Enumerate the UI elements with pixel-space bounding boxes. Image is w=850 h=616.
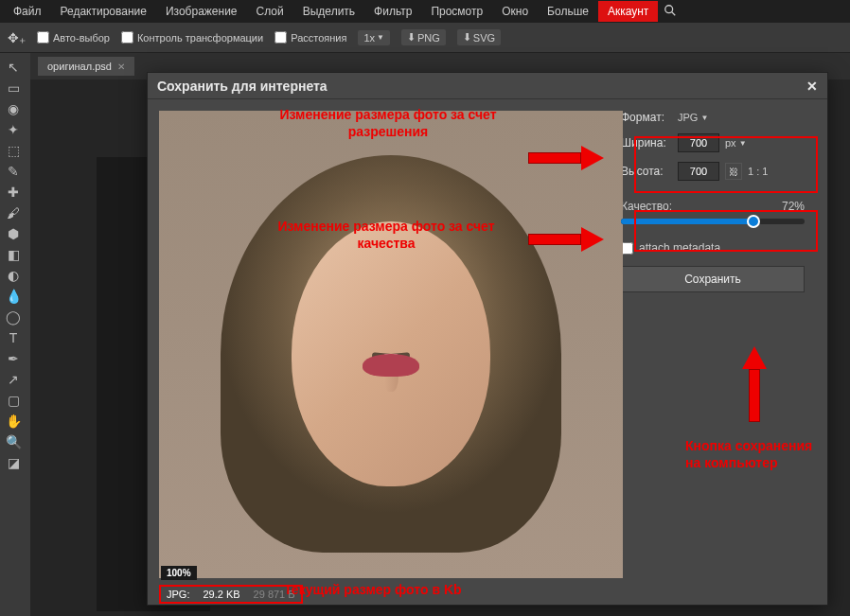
tool-marquee[interactable]: ▭ xyxy=(0,78,27,98)
dialog-titlebar: Сохранить для интернета ✕ xyxy=(148,73,827,99)
svg-line-1 xyxy=(672,11,676,15)
metadata-checkbox[interactable]: attach metadata xyxy=(621,241,805,255)
zoom-dropdown[interactable]: 1x▼ xyxy=(358,30,390,45)
distances-checkbox[interactable]: Расстояния xyxy=(274,31,346,44)
tool-move[interactable]: ↖ xyxy=(0,57,27,78)
quality-label: Качество: xyxy=(621,200,672,213)
preview-image xyxy=(159,111,623,578)
format-row: Формат: JPG▼ xyxy=(621,111,805,124)
menu-file[interactable]: Файл xyxy=(4,1,51,22)
download-icon: ⬇ xyxy=(463,31,471,44)
width-input[interactable] xyxy=(678,133,719,152)
tool-zoom[interactable]: 🔍 xyxy=(0,431,27,452)
format-label: Формат: xyxy=(621,111,672,124)
menu-filter[interactable]: Фильтр xyxy=(364,1,421,22)
aspect-ratio: 1 : 1 xyxy=(748,166,768,177)
quality-slider[interactable] xyxy=(621,219,805,224)
status-filesize: 29.2 KB xyxy=(203,589,239,600)
menu-image[interactable]: Изображение xyxy=(156,1,247,22)
tool-heal[interactable]: ✚ xyxy=(0,182,27,202)
tool-gradient[interactable]: ◐ xyxy=(0,265,27,286)
tool-shape[interactable]: ▢ xyxy=(0,390,27,411)
move-tool-icon: ✥₊ xyxy=(8,30,26,45)
tool-eyedropper[interactable]: ✎ xyxy=(0,161,27,182)
export-svg-button[interactable]: ⬇SVG xyxy=(457,29,501,45)
menu-window[interactable]: Окно xyxy=(492,1,538,22)
preview-pane: 100% JPG: 29.2 KB 29 871 B xyxy=(148,99,621,605)
tool-eraser[interactable]: ◧ xyxy=(0,244,27,265)
unit-dropdown[interactable]: px▼ xyxy=(725,137,747,149)
transform-controls-checkbox[interactable]: Контроль трансформации xyxy=(121,31,263,44)
tab-filename: оригинал.psd xyxy=(47,61,112,72)
dialog-title-text: Сохранить для интернета xyxy=(157,79,328,94)
width-label: Ширина: xyxy=(621,136,672,150)
tool-stamp[interactable]: ⬢ xyxy=(0,223,27,244)
tool-pen[interactable]: ✒ xyxy=(0,348,27,369)
search-icon[interactable] xyxy=(664,4,677,20)
menu-account[interactable]: Аккаунт xyxy=(598,1,658,22)
export-png-button[interactable]: ⬇PNG xyxy=(401,29,446,45)
options-bar: ✥₊ Авто-выбор Контроль трансформации Рас… xyxy=(0,23,850,53)
menu-layer[interactable]: Слой xyxy=(247,1,293,22)
link-icon[interactable]: ⛓ xyxy=(725,163,742,180)
close-icon[interactable]: ✕ xyxy=(117,62,125,72)
tool-brush[interactable]: 🖌 xyxy=(0,202,27,223)
tool-crop[interactable]: ⬚ xyxy=(0,140,27,161)
height-label: Высота: xyxy=(621,165,672,178)
menubar: Файл Редактирование Изображение Слой Выд… xyxy=(0,0,850,23)
status-bar: JPG: 29.2 KB 29 871 B xyxy=(159,584,303,605)
height-input[interactable] xyxy=(678,162,719,181)
quality-row: Качество: 72% xyxy=(621,200,805,224)
menu-select[interactable]: Выделить xyxy=(293,1,364,22)
settings-pane: Формат: JPG▼ Ширина: px▼ Высота: ⛓ 1 : 1 xyxy=(621,99,818,605)
tool-lasso[interactable]: ◉ xyxy=(0,98,27,119)
tool-colors[interactable]: ◪ xyxy=(0,452,27,473)
width-row: Ширина: px▼ xyxy=(621,133,805,152)
toolbox: ↖ ▭ ◉ ✦ ⬚ ✎ ✚ 🖌 ⬢ ◧ ◐ 💧 ◯ T ✒ ↗ ▢ ✋ 🔍 ◪ xyxy=(0,53,30,616)
zoom-indicator[interactable]: 100% xyxy=(161,566,197,580)
save-for-web-dialog: Сохранить для интернета ✕ 100% JP xyxy=(147,72,828,606)
height-row: Высота: ⛓ 1 : 1 xyxy=(621,162,805,181)
tool-text[interactable]: T xyxy=(0,327,27,348)
close-icon[interactable]: ✕ xyxy=(806,79,818,94)
tool-blur[interactable]: 💧 xyxy=(0,286,27,307)
document-tab[interactable]: оригинал.psd ✕ xyxy=(38,57,134,76)
menu-edit[interactable]: Редактирование xyxy=(51,1,156,22)
format-dropdown[interactable]: JPG▼ xyxy=(678,112,708,123)
tool-path[interactable]: ↗ xyxy=(0,369,27,390)
svg-point-0 xyxy=(665,5,673,12)
auto-select-checkbox[interactable]: Авто-выбор xyxy=(37,31,110,44)
save-button[interactable]: Сохранить xyxy=(621,266,805,292)
download-icon: ⬇ xyxy=(407,31,416,44)
quality-value: 72% xyxy=(782,200,805,213)
tool-wand[interactable]: ✦ xyxy=(0,119,27,140)
status-bytes: 29 871 B xyxy=(254,589,295,600)
menu-more[interactable]: Больше xyxy=(538,1,598,22)
tool-hand[interactable]: ✋ xyxy=(0,411,27,431)
tool-dodge[interactable]: ◯ xyxy=(0,307,27,327)
menu-view[interactable]: Просмотр xyxy=(421,1,492,22)
status-format: JPG: xyxy=(167,589,189,600)
